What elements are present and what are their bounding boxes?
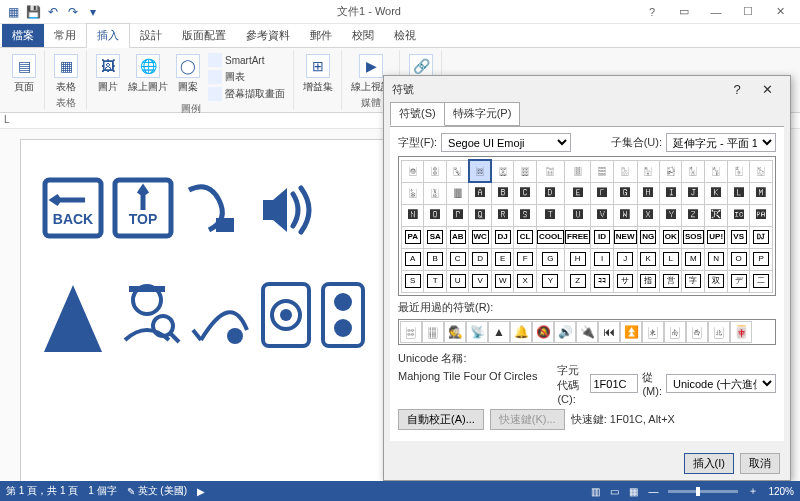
symbol-cell[interactable]: NG bbox=[637, 226, 659, 248]
recent-symbol-cell[interactable]: 🀁 bbox=[664, 321, 686, 343]
symbol-cell[interactable]: B bbox=[424, 248, 446, 270]
symbol-cell[interactable]: N bbox=[705, 248, 728, 270]
ribbon-display-icon[interactable]: ▭ bbox=[668, 2, 700, 22]
symbol-cell[interactable]: U bbox=[446, 270, 468, 292]
tab-references[interactable]: 參考資料 bbox=[236, 24, 300, 47]
symbol-cell[interactable]: 双 bbox=[705, 270, 728, 292]
symbol-cell[interactable]: 🅲 bbox=[514, 182, 536, 204]
symbol-cell[interactable]: J bbox=[613, 248, 637, 270]
undo-icon[interactable]: ↶ bbox=[44, 3, 62, 21]
symbol-cell[interactable]: 🅻 bbox=[727, 182, 749, 204]
from-select[interactable]: Unicode (十六進位) bbox=[666, 374, 776, 393]
screenshot-button[interactable]: 螢幕擷取畫面 bbox=[206, 86, 287, 102]
pages-button[interactable]: ▤頁面 bbox=[10, 52, 38, 96]
recent-symbol-cell[interactable]: 🀃 bbox=[708, 321, 730, 343]
zoom-out-icon[interactable]: ― bbox=[648, 486, 658, 497]
view-web-icon[interactable]: ▦ bbox=[629, 486, 638, 497]
symbol-cell[interactable]: 🀢 bbox=[613, 160, 637, 182]
dialog-tab-symbols[interactable]: 符號(S) bbox=[390, 102, 445, 126]
symbol-cell[interactable]: 営 bbox=[659, 270, 681, 292]
recent-symbol-cell[interactable]: 🀂 bbox=[686, 321, 708, 343]
zoom-level[interactable]: 120% bbox=[768, 486, 794, 497]
dialog-close-icon[interactable]: ✕ bbox=[752, 82, 782, 97]
symbol-cell[interactable]: 🆅 bbox=[591, 204, 613, 226]
symbol-cell[interactable]: SA bbox=[424, 226, 446, 248]
symbol-cell[interactable]: 🅵 bbox=[591, 182, 613, 204]
symbol-cell[interactable]: F bbox=[514, 248, 536, 270]
qat-customize-icon[interactable]: ▾ bbox=[84, 3, 102, 21]
tab-review[interactable]: 校閱 bbox=[342, 24, 384, 47]
symbol-cell[interactable]: WC bbox=[469, 226, 492, 248]
word-app-icon[interactable]: ▦ bbox=[4, 3, 22, 21]
symbol-cell[interactable]: Y bbox=[536, 270, 564, 292]
redo-icon[interactable]: ↷ bbox=[64, 3, 82, 21]
symbol-cell[interactable]: 🆌 bbox=[750, 204, 773, 226]
picture-button[interactable]: 🖼圖片 bbox=[94, 52, 122, 96]
symbol-cell[interactable]: SOS bbox=[682, 226, 705, 248]
symbol-cell[interactable]: H bbox=[565, 248, 591, 270]
symbol-cell[interactable]: 🀙 bbox=[402, 160, 424, 182]
symbol-cell[interactable]: 🆊 bbox=[705, 204, 728, 226]
tab-home[interactable]: 常用 bbox=[44, 24, 86, 47]
symbol-cell[interactable]: FREE bbox=[565, 226, 591, 248]
symbol-cell[interactable]: 🆇 bbox=[637, 204, 659, 226]
recent-symbol-cell[interactable]: 🔔 bbox=[510, 321, 532, 343]
insert-button[interactable]: 插入(I) bbox=[684, 453, 734, 474]
symbol-cell[interactable]: PA bbox=[402, 226, 424, 248]
symbol-cell[interactable]: 🅳 bbox=[536, 182, 564, 204]
symbol-cell[interactable]: 🀜 bbox=[469, 160, 492, 182]
symbol-cell[interactable]: 🆃 bbox=[536, 204, 564, 226]
symbol-cell[interactable]: 🆉 bbox=[682, 204, 705, 226]
symbol-cell[interactable]: L bbox=[659, 248, 681, 270]
symbol-cell[interactable]: NEW bbox=[613, 226, 637, 248]
symbol-cell[interactable]: 🀤 bbox=[659, 160, 681, 182]
recent-symbols[interactable]: 🀜🀘🕵📡▲🔔🔕🔊🔌⏮⏫🀀🀁🀂🀃🀄 bbox=[398, 319, 776, 345]
minimize-icon[interactable]: ― bbox=[700, 2, 732, 22]
symbol-cell[interactable]: Z bbox=[565, 270, 591, 292]
symbol-cell[interactable]: OK bbox=[659, 226, 681, 248]
symbol-cell[interactable]: 🅴 bbox=[565, 182, 591, 204]
word-count[interactable]: 1 個字 bbox=[88, 484, 116, 498]
recent-symbol-cell[interactable]: 🔊 bbox=[554, 321, 576, 343]
symbol-cell[interactable]: ｺｺ bbox=[591, 270, 613, 292]
symbol-cell[interactable]: VS bbox=[727, 226, 749, 248]
symbol-cell[interactable]: K bbox=[637, 248, 659, 270]
symbol-cell[interactable]: デ bbox=[727, 270, 749, 292]
addins-button[interactable]: ⊞增益集 bbox=[301, 52, 335, 96]
symbol-cell[interactable]: 🀥 bbox=[682, 160, 705, 182]
dialog-tab-special[interactable]: 特殊字元(P) bbox=[444, 102, 521, 126]
table-button[interactable]: ▦表格 bbox=[52, 52, 80, 96]
tab-view[interactable]: 檢視 bbox=[384, 24, 426, 47]
symbol-cell[interactable]: 🆁 bbox=[491, 204, 513, 226]
page-indicator[interactable]: 第 1 頁，共 1 頁 bbox=[6, 484, 78, 498]
save-icon[interactable]: 💾 bbox=[24, 3, 42, 21]
dialog-help-icon[interactable]: ? bbox=[722, 82, 752, 97]
symbol-cell[interactable]: M bbox=[682, 248, 705, 270]
recent-symbol-cell[interactable]: 🕵 bbox=[444, 321, 466, 343]
subset-select[interactable]: 延伸字元 - 平面 1 bbox=[666, 133, 776, 152]
recent-symbol-cell[interactable]: 🀘 bbox=[422, 321, 444, 343]
symbol-cell[interactable]: 🅽 bbox=[402, 204, 424, 226]
symbol-cell[interactable]: 🅼 bbox=[750, 182, 773, 204]
symbol-cell[interactable]: 🀛 bbox=[446, 160, 468, 182]
recent-symbol-cell[interactable]: 🀜 bbox=[400, 321, 422, 343]
tab-design[interactable]: 設計 bbox=[130, 24, 172, 47]
symbol-cell[interactable]: W bbox=[491, 270, 513, 292]
symbol-cell[interactable]: 🀝 bbox=[491, 160, 513, 182]
symbol-cell[interactable]: P bbox=[750, 248, 773, 270]
font-select[interactable]: Segoe UI Emoji bbox=[441, 133, 571, 152]
tab-file[interactable]: 檔案 bbox=[2, 24, 44, 47]
symbol-cell[interactable]: UP! bbox=[705, 226, 728, 248]
symbol-cell[interactable]: I bbox=[591, 248, 613, 270]
symbol-cell[interactable]: COOL bbox=[536, 226, 564, 248]
symbol-cell[interactable]: 🀡 bbox=[591, 160, 613, 182]
chart-button[interactable]: 圖表 bbox=[206, 69, 287, 85]
macro-icon[interactable]: ▶ bbox=[197, 486, 205, 497]
symbol-cell[interactable]: ID bbox=[591, 226, 613, 248]
symbol-cell[interactable]: 🆂 bbox=[514, 204, 536, 226]
zoom-slider[interactable] bbox=[668, 490, 738, 493]
symbol-cell[interactable]: G bbox=[536, 248, 564, 270]
recent-symbol-cell[interactable]: ⏫ bbox=[620, 321, 642, 343]
symbol-cell[interactable]: C bbox=[446, 248, 468, 270]
symbol-cell[interactable]: 🅹 bbox=[682, 182, 705, 204]
